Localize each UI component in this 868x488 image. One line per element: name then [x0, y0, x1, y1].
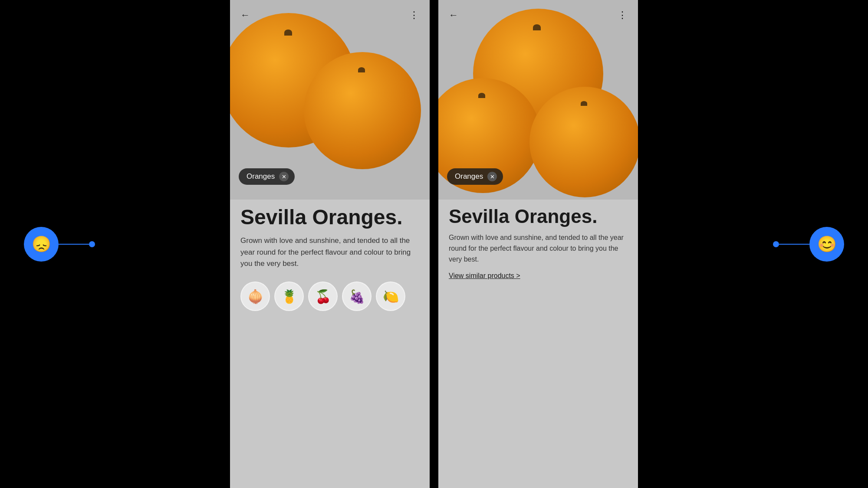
screen1-thumbnails-row: 🧅 🍍 🍒 🍇 🍋: [240, 277, 419, 311]
thumbnail-2[interactable]: 🍍: [274, 282, 304, 311]
screen2-product-title: Sevilla Oranges.: [449, 206, 628, 226]
screen1-category-tag: Oranges ✕: [239, 168, 295, 185]
screen2-more-button[interactable]: ⋮: [618, 10, 628, 21]
screen2-tag-label: Oranges: [455, 172, 483, 181]
thumbnail-3[interactable]: 🍒: [308, 282, 338, 311]
right-sentiment-indicator: 😊: [773, 227, 844, 262]
thumbnail-5[interactable]: 🍋: [376, 282, 405, 311]
screen2-category-tag: Oranges ✕: [447, 168, 503, 185]
page-wrapper: 😞 😊 ← ⋮ Oranges ✕: [0, 0, 868, 488]
screen1-back-button[interactable]: ←: [240, 10, 250, 21]
left-sentiment-indicator: 😞: [24, 227, 95, 262]
screen1-content: Sevilla Oranges. Grown with love and sun…: [230, 200, 430, 488]
screen-2: ← ⋮ Oranges ✕ Sevilla Oranges. G: [438, 0, 638, 488]
screen1-more-button[interactable]: ⋮: [409, 10, 419, 21]
screens-container: ← ⋮ Oranges ✕ Sevilla Oranges. Grown wit…: [230, 0, 638, 488]
left-indicator-dot: [89, 241, 95, 247]
screen1-tag-on-image: Oranges ✕: [239, 168, 295, 191]
screen1-product-description: Grown with love and sunshine, and tended…: [240, 235, 419, 269]
screen2-header: ← ⋮: [438, 0, 638, 30]
screen1-tag-label: Oranges: [247, 172, 275, 181]
screen1-tag-close-button[interactable]: ✕: [279, 172, 289, 181]
orange-bottom-right: [529, 87, 638, 197]
orange-right: [304, 52, 421, 169]
screen2-content: Sevilla Oranges. Grown with love and sun…: [438, 200, 638, 488]
view-similar-products-link[interactable]: View similar products >: [449, 272, 628, 280]
screen2-product-description: Grown with love and sunshine, and tended…: [449, 233, 628, 265]
thumbnail-1[interactable]: 🧅: [240, 282, 270, 311]
right-indicator-line: [779, 244, 809, 245]
left-indicator-line: [59, 244, 89, 245]
screen2-back-button[interactable]: ←: [449, 10, 458, 21]
screen2-tag-on-image: Oranges ✕: [447, 168, 503, 191]
thumbnail-4[interactable]: 🍇: [342, 282, 372, 311]
sad-face-icon: 😞: [24, 227, 59, 262]
happy-face-icon: 😊: [809, 227, 844, 262]
screen-1: ← ⋮ Oranges ✕ Sevilla Oranges. Grown wit…: [230, 0, 430, 488]
screen1-product-title: Sevilla Oranges.: [240, 206, 419, 228]
right-indicator-dot: [773, 241, 779, 247]
screen1-header: ← ⋮: [230, 0, 430, 30]
screen2-tag-close-button[interactable]: ✕: [487, 172, 497, 181]
